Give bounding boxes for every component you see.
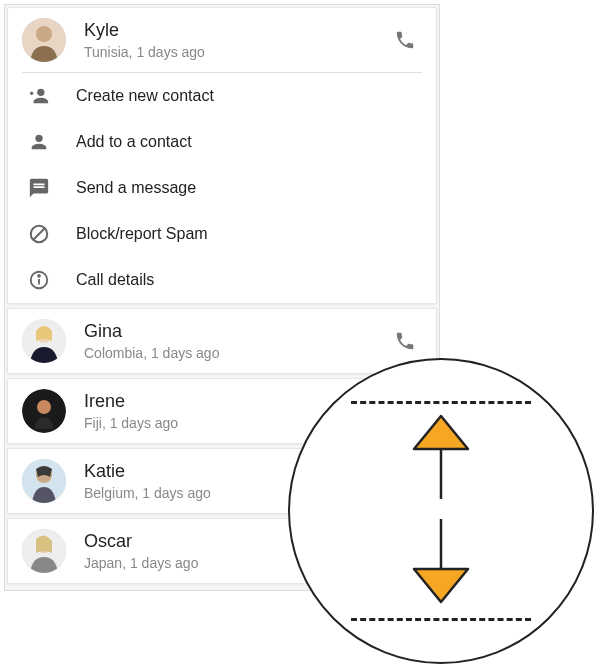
- menu-label: Call details: [76, 271, 154, 289]
- contact-sub: Colombia, 1 days ago: [84, 345, 394, 361]
- contact-info: Gina Colombia, 1 days ago: [84, 321, 394, 361]
- avatar: [22, 459, 66, 503]
- svg-point-8: [38, 275, 40, 277]
- message-icon: [28, 177, 50, 199]
- menu-send-message[interactable]: Send a message: [8, 165, 436, 211]
- call-card[interactable]: Gina Colombia, 1 days ago: [7, 308, 437, 374]
- avatar: [22, 319, 66, 363]
- info-icon: [28, 269, 50, 291]
- svg-marker-17: [414, 416, 468, 449]
- contact-name: Gina: [84, 321, 394, 343]
- arrow-down-icon: [406, 517, 476, 611]
- call-row[interactable]: Gina Colombia, 1 days ago: [8, 309, 436, 373]
- phone-icon[interactable]: [394, 29, 416, 51]
- menu-create-contact[interactable]: Create new contact: [8, 73, 436, 119]
- menu-label: Send a message: [76, 179, 196, 197]
- person-add-icon: [28, 85, 50, 107]
- menu-block-spam[interactable]: Block/report Spam: [8, 211, 436, 257]
- avatar: [22, 389, 66, 433]
- svg-point-12: [37, 400, 51, 414]
- scroll-gesture-magnifier: [288, 358, 594, 664]
- menu-call-details[interactable]: Call details: [8, 257, 436, 303]
- avatar: [22, 18, 66, 62]
- svg-point-2: [37, 89, 44, 96]
- boundary-line-bottom: [351, 618, 531, 621]
- menu-add-contact[interactable]: Add to a contact: [8, 119, 436, 165]
- svg-point-1: [36, 26, 52, 42]
- menu-label: Add to a contact: [76, 133, 192, 151]
- avatar: [22, 529, 66, 573]
- contact-info: Kyle Tunisia, 1 days ago: [84, 20, 394, 60]
- person-icon: [28, 131, 50, 153]
- svg-line-5: [34, 229, 45, 240]
- menu-label: Block/report Spam: [76, 225, 208, 243]
- contact-name: Kyle: [84, 20, 394, 42]
- svg-point-3: [35, 135, 42, 142]
- block-icon: [28, 223, 50, 245]
- boundary-line-top: [351, 401, 531, 404]
- phone-icon[interactable]: [394, 330, 416, 352]
- contact-sub: Tunisia, 1 days ago: [84, 44, 394, 60]
- call-card-expanded: Kyle Tunisia, 1 days ago Create new cont…: [7, 7, 437, 304]
- call-row[interactable]: Kyle Tunisia, 1 days ago: [8, 8, 436, 72]
- arrow-up-icon: [406, 411, 476, 505]
- menu-label: Create new contact: [76, 87, 214, 105]
- svg-marker-20: [414, 569, 468, 602]
